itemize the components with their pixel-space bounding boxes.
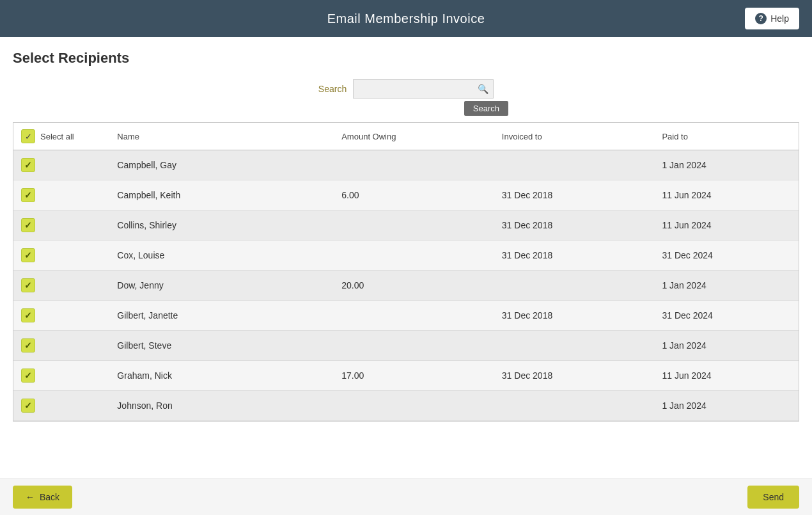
row-name: Johnson, Ron — [109, 391, 334, 421]
table-body: ✓Campbell, Gay1 Jan 2024✓Campbell, Keith… — [13, 150, 799, 421]
row-checkbox-cell[interactable]: ✓ — [13, 331, 109, 361]
page-content: Select Recipients Search 🔍 Search — [0, 37, 812, 473]
row-paid-to: 1 Jan 2024 — [654, 331, 799, 361]
row-checkbox[interactable]: ✓ — [21, 188, 35, 202]
checkmark-icon: ✓ — [24, 250, 32, 260]
row-checkbox[interactable]: ✓ — [21, 278, 35, 292]
row-invoiced-to: 31 Dec 2018 — [494, 210, 655, 241]
row-name: Gilbert, Janette — [109, 301, 334, 331]
recipients-table: ✓ Select all Name Amount Owing Invoiced … — [13, 123, 799, 421]
row-name: Collins, Shirley — [109, 210, 334, 241]
table-row: ✓Collins, Shirley31 Dec 201811 Jun 2024 — [13, 210, 799, 241]
row-paid-to: 1 Jan 2024 — [654, 391, 799, 421]
checkmark-icon: ✓ — [24, 310, 32, 321]
checkmark-icon: ✓ — [24, 160, 32, 170]
row-invoiced-to: 31 Dec 2018 — [494, 180, 655, 210]
row-amount — [334, 150, 494, 180]
row-invoiced-to: 31 Dec 2018 — [494, 241, 655, 271]
search-input-wrapper: 🔍 — [353, 79, 494, 99]
recipients-table-container: ✓ Select all Name Amount Owing Invoiced … — [13, 122, 799, 422]
row-checkbox[interactable]: ✓ — [21, 248, 35, 262]
help-label: Help — [770, 13, 789, 24]
help-button[interactable]: ? Help — [745, 8, 799, 29]
row-invoiced-to — [494, 391, 655, 421]
select-all-checkmark: ✓ — [25, 132, 32, 141]
row-name: Gilbert, Steve — [109, 331, 334, 361]
table-row: ✓Dow, Jenny20.001 Jan 2024 — [13, 271, 799, 301]
table-row: ✓Graham, Nick17.0031 Dec 201811 Jun 2024 — [13, 361, 799, 391]
row-invoiced-to — [494, 271, 655, 301]
search-input[interactable] — [353, 79, 494, 99]
table-row: ✓Campbell, Keith6.0031 Dec 201811 Jun 20… — [13, 180, 799, 210]
table-row: ✓Campbell, Gay1 Jan 2024 — [13, 150, 799, 180]
table-row: ✓Gilbert, Janette31 Dec 201831 Dec 2024 — [13, 301, 799, 331]
app-header: Email Membership Invoice ? Help — [0, 0, 812, 37]
select-all-checkbox[interactable]: ✓ — [21, 129, 35, 143]
table-scroll[interactable]: ✓ Select all Name Amount Owing Invoiced … — [13, 123, 799, 421]
row-amount — [334, 210, 494, 241]
row-invoiced-to: 31 Dec 2018 — [494, 301, 655, 331]
row-checkbox[interactable]: ✓ — [21, 399, 35, 413]
search-button-row: Search — [304, 101, 508, 116]
search-area: Search 🔍 Search — [13, 79, 799, 116]
checkmark-icon: ✓ — [24, 340, 32, 351]
table-row: ✓Cox, Louise31 Dec 201831 Dec 2024 — [13, 241, 799, 271]
checkmark-icon: ✓ — [24, 370, 32, 381]
help-icon: ? — [755, 13, 767, 24]
section-title: Select Recipients — [13, 50, 799, 67]
table-row: ✓Johnson, Ron1 Jan 2024 — [13, 391, 799, 421]
row-checkbox[interactable]: ✓ — [21, 368, 35, 383]
row-checkbox-cell[interactable]: ✓ — [13, 301, 109, 331]
row-invoiced-to — [494, 150, 655, 180]
select-all-label: Select all — [40, 132, 74, 141]
row-paid-to: 1 Jan 2024 — [654, 271, 799, 301]
row-amount: 6.00 — [334, 180, 494, 210]
row-checkbox-cell[interactable]: ✓ — [13, 210, 109, 241]
col-paid: Paid to — [654, 123, 799, 150]
row-name: Cox, Louise — [109, 241, 334, 271]
search-label: Search — [318, 84, 347, 94]
row-checkbox[interactable]: ✓ — [21, 308, 35, 322]
col-invoiced: Invoiced to — [494, 123, 655, 150]
row-paid-to: 11 Jun 2024 — [654, 180, 799, 210]
row-amount — [334, 241, 494, 271]
row-name: Campbell, Gay — [109, 150, 334, 180]
search-button[interactable]: Search — [464, 101, 508, 116]
row-invoiced-to — [494, 331, 655, 361]
row-checkbox[interactable]: ✓ — [21, 158, 35, 172]
col-amount: Amount Owing — [334, 123, 494, 150]
search-icon: 🔍 — [478, 84, 488, 94]
row-checkbox[interactable]: ✓ — [21, 218, 35, 232]
row-checkbox-cell[interactable]: ✓ — [13, 391, 109, 421]
row-amount: 20.00 — [334, 271, 494, 301]
row-checkbox-cell[interactable]: ✓ — [13, 271, 109, 301]
row-name: Campbell, Keith — [109, 180, 334, 210]
table-header-row: ✓ Select all Name Amount Owing Invoiced … — [13, 123, 799, 150]
row-name: Graham, Nick — [109, 361, 334, 391]
checkmark-icon: ✓ — [24, 400, 32, 411]
checkmark-icon: ✓ — [24, 190, 32, 200]
row-checkbox-cell[interactable]: ✓ — [13, 241, 109, 271]
checkmark-icon: ✓ — [24, 220, 32, 230]
row-amount: 17.00 — [334, 361, 494, 391]
row-amount — [334, 391, 494, 421]
row-checkbox-cell[interactable]: ✓ — [13, 150, 109, 180]
col-name: Name — [109, 123, 334, 150]
search-row: Search 🔍 — [318, 79, 494, 99]
row-paid-to: 11 Jun 2024 — [654, 210, 799, 241]
row-paid-to: 31 Dec 2024 — [654, 301, 799, 331]
row-amount — [334, 331, 494, 361]
table-row: ✓Gilbert, Steve1 Jan 2024 — [13, 331, 799, 361]
page-title: Email Membership Invoice — [327, 12, 485, 26]
row-invoiced-to: 31 Dec 2018 — [494, 361, 655, 391]
row-name: Dow, Jenny — [109, 271, 334, 301]
row-checkbox[interactable]: ✓ — [21, 338, 35, 353]
row-checkbox-cell[interactable]: ✓ — [13, 361, 109, 391]
row-paid-to: 31 Dec 2024 — [654, 241, 799, 271]
row-amount — [334, 301, 494, 331]
checkmark-icon: ✓ — [24, 280, 32, 290]
select-all-header[interactable]: ✓ Select all — [13, 123, 109, 150]
row-checkbox-cell[interactable]: ✓ — [13, 180, 109, 210]
row-paid-to: 11 Jun 2024 — [654, 361, 799, 391]
row-paid-to: 1 Jan 2024 — [654, 150, 799, 180]
